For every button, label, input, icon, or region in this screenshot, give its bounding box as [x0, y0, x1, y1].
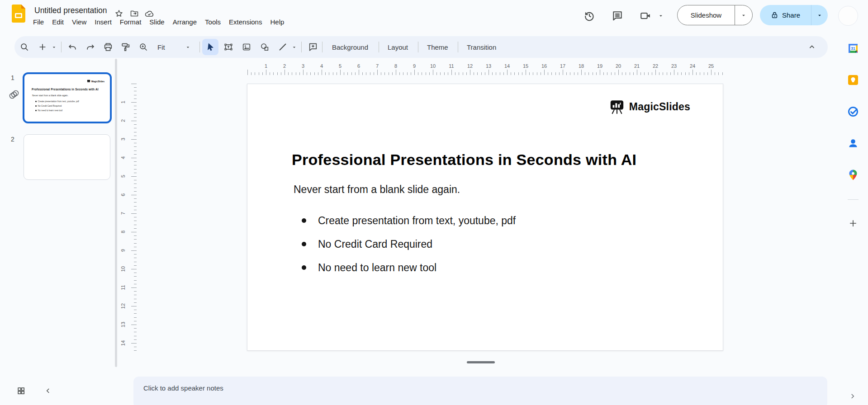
bullet-item[interactable]: Create presentation from text, youtube, …: [302, 209, 516, 232]
share-button-group: Share: [760, 5, 828, 25]
v-ruler-tick: [134, 225, 137, 225]
calendar-icon[interactable]: 31: [847, 42, 859, 54]
h-ruler-tick: [288, 72, 289, 75]
menu-item-format[interactable]: Format: [116, 16, 146, 28]
slides-logo-icon[interactable]: [12, 5, 25, 23]
h-ruler-tick: [347, 72, 348, 75]
slideshow-caret-icon[interactable]: [735, 5, 752, 25]
meet-caret-icon[interactable]: [655, 7, 667, 25]
v-ruler-tick: [134, 247, 137, 247]
zoom-select[interactable]: Fit: [151, 39, 194, 55]
grid-view-icon[interactable]: [13, 382, 29, 399]
user-avatar[interactable]: [838, 6, 858, 26]
insert-line-icon[interactable]: [275, 39, 291, 55]
slide-canvas[interactable]: MagicSlides Professional Presentations i…: [247, 84, 723, 351]
layout-button[interactable]: Layout: [382, 39, 413, 55]
v-ruler-tick: [131, 195, 137, 195]
slide-thumbnail-1[interactable]: MagicSlides Professional Presentations i…: [23, 72, 112, 123]
slide-thumbnail-2[interactable]: [24, 134, 110, 180]
search-menus-icon[interactable]: [16, 39, 33, 55]
h-ruler-tick: [381, 72, 381, 75]
get-add-ons-plus-icon[interactable]: [847, 217, 859, 230]
h-ruler-tick: [422, 72, 422, 75]
v-ruler-tick: [134, 284, 137, 284]
transition-button[interactable]: Transition: [461, 39, 502, 55]
new-slide-caret-icon[interactable]: [49, 39, 58, 55]
h-ruler-tick: [715, 72, 715, 75]
h-ruler-tick: [351, 72, 352, 75]
line-caret-icon[interactable]: [290, 39, 298, 55]
contacts-icon[interactable]: [847, 137, 859, 149]
menu-item-tools[interactable]: Tools: [201, 16, 225, 28]
slide-title[interactable]: Professional Presentations in Seconds wi…: [292, 151, 636, 169]
hide-menus-chevron-up-icon[interactable]: [804, 39, 820, 55]
h-ruler-tick: [259, 72, 259, 75]
slide-brand-logo[interactable]: MagicSlides: [609, 99, 690, 114]
theme-button[interactable]: Theme: [422, 39, 454, 55]
h-ruler-tick: [314, 72, 315, 75]
slide-subtitle[interactable]: Never start from a blank slide again.: [294, 184, 460, 196]
redo-button[interactable]: [82, 39, 99, 55]
speaker-notes-area[interactable]: Click to add speaker notes: [133, 377, 827, 405]
zoom-in-icon[interactable]: [135, 39, 152, 55]
undo-button[interactable]: [64, 39, 81, 55]
h-ruler-tick: [648, 72, 649, 75]
select-tool-button[interactable]: [202, 39, 218, 55]
v-ruler-tick: [134, 95, 137, 95]
new-slide-button[interactable]: [34, 39, 51, 55]
h-ruler-tick: [285, 70, 285, 75]
v-ruler-tick: [134, 328, 137, 329]
menu-item-slide[interactable]: Slide: [145, 16, 168, 28]
menu-item-file[interactable]: File: [29, 16, 48, 28]
menu-item-extensions[interactable]: Extensions: [225, 16, 266, 28]
background-button[interactable]: Background: [327, 39, 374, 55]
h-ruler-tick: [566, 72, 567, 75]
thumbnail-subtitle: Never start from a blank slide again.: [32, 94, 68, 97]
h-ruler-tick: [474, 72, 474, 75]
insert-image-icon[interactable]: [238, 39, 255, 55]
document-title[interactable]: Untitled presentation: [34, 6, 107, 15]
maps-icon[interactable]: [847, 169, 859, 181]
slideshow-button[interactable]: Slideshow: [678, 5, 735, 25]
menu-item-help[interactable]: Help: [266, 16, 288, 28]
h-ruler-tick: [570, 72, 570, 75]
show-side-panel-chevron-right-icon[interactable]: [844, 388, 860, 404]
h-ruler-tick: [518, 72, 519, 75]
insert-comment-button[interactable]: [305, 39, 321, 55]
paint-format-icon[interactable]: [118, 39, 134, 55]
filmstrip-scrollbar[interactable]: [115, 59, 117, 367]
v-ruler-number: 1: [120, 98, 129, 107]
bullet-item[interactable]: No Credit Card Required: [302, 232, 516, 256]
meet-camera-icon[interactable]: [636, 7, 655, 25]
menu-item-view[interactable]: View: [68, 16, 90, 28]
h-ruler-tick: [537, 72, 537, 75]
collapse-filmstrip-chevron-left-icon[interactable]: [40, 382, 56, 399]
share-button[interactable]: Share: [760, 5, 811, 25]
speaker-notes-placeholder: Click to add speaker notes: [133, 377, 827, 392]
insert-shape-icon[interactable]: [256, 39, 273, 55]
menu-item-insert[interactable]: Insert: [90, 16, 116, 28]
keep-icon[interactable]: [847, 74, 859, 86]
h-ruler-number: 21: [632, 63, 641, 69]
slide-bullet-list[interactable]: Create presentation from text, youtube, …: [302, 209, 516, 279]
comment-history-icon[interactable]: [608, 7, 626, 25]
v-ruler-tick: [134, 317, 137, 318]
h-ruler-tick: [325, 72, 326, 75]
slide-brand-name: MagicSlides: [629, 101, 690, 113]
h-ruler-number: 17: [558, 63, 567, 69]
h-ruler-number: 10: [428, 63, 437, 69]
version-history-icon[interactable]: [580, 7, 598, 25]
menu-item-edit[interactable]: Edit: [48, 16, 68, 28]
tasks-icon[interactable]: [847, 106, 859, 118]
print-button[interactable]: [100, 39, 116, 55]
v-ruler-tick: [134, 265, 137, 266]
bullet-item[interactable]: No need to learn new tool: [302, 256, 516, 279]
notes-resize-handle[interactable]: [467, 361, 495, 363]
text-box-tool-icon[interactable]: [220, 39, 237, 55]
share-caret-icon[interactable]: [811, 5, 828, 25]
toolbar-divider: [379, 42, 379, 52]
h-ruler-number: 2: [280, 63, 289, 69]
sidebar-divider: [848, 199, 859, 200]
menu-item-arrange[interactable]: Arrange: [169, 16, 201, 28]
h-ruler-tick: [700, 72, 700, 75]
